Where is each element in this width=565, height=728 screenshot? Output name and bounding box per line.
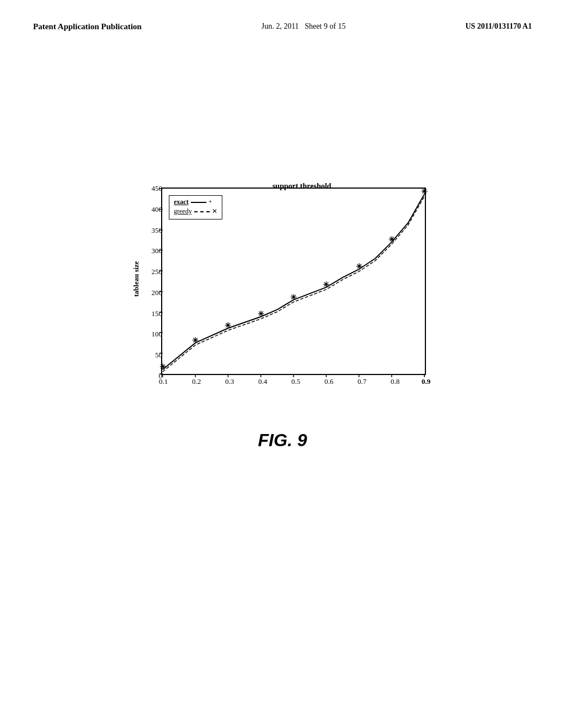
x-label-07: 0.7 xyxy=(358,377,366,386)
y-label-100: 100 xyxy=(139,330,162,339)
header-center-text: Jun. 2, 2011 Sheet 9 of 15 xyxy=(262,22,346,31)
exact-label: exact xyxy=(174,198,189,206)
exact-line-icon xyxy=(191,202,206,203)
greedy-label: greedy xyxy=(174,207,192,216)
legend-exact: exact + xyxy=(174,198,217,206)
y-label-450: 450 xyxy=(139,184,162,193)
y-label-350: 350 xyxy=(139,226,162,235)
header-date: Jun. 2, 2011 xyxy=(262,22,299,30)
x-label-02: 0.2 xyxy=(192,377,201,386)
point-6: ✳ xyxy=(323,281,329,289)
y-label-200: 200 xyxy=(139,288,162,297)
page-header: Patent Application Publication Jun. 2, 2… xyxy=(0,0,565,31)
chart-plot-area: exact + greedy ✕ xyxy=(161,188,426,375)
x-label-06: 0.6 xyxy=(324,377,333,386)
greedy-line-icon xyxy=(194,211,210,212)
header-right-text: US 2011/0131170 A1 xyxy=(465,22,532,31)
x-label-05: 0.5 xyxy=(291,377,300,386)
point-9: ✳ xyxy=(421,188,428,196)
header-sheet: Sheet 9 of 15 xyxy=(305,22,345,30)
header-left-text: Patent Application Publication xyxy=(33,22,142,31)
y-label-300: 300 xyxy=(139,247,162,255)
chart-area: tableau size exact + greedy ✕ xyxy=(122,182,443,403)
exact-plus-icon: + xyxy=(209,198,212,206)
y-label-400: 400 xyxy=(139,205,162,214)
y-label-250: 250 xyxy=(139,267,162,276)
y-label-150: 150 xyxy=(139,309,162,318)
x-label-04: 0.4 xyxy=(258,377,267,386)
x-label-08: 0.8 xyxy=(391,377,399,386)
x-label-09: 0.9 xyxy=(422,377,430,386)
point-7: ✳ xyxy=(356,263,363,271)
x-label-03: 0.3 xyxy=(225,377,234,386)
point-1: ✳ xyxy=(159,363,166,371)
exact-curve xyxy=(163,194,424,370)
point-2: ✳ xyxy=(192,336,199,345)
greedy-curve xyxy=(163,196,424,372)
chart-legend: exact + greedy ✕ xyxy=(169,195,222,220)
y-label-50: 50 xyxy=(139,351,162,360)
point-4: ✳ xyxy=(258,310,264,318)
point-5: ✳ xyxy=(290,293,297,302)
point-3: ✳ xyxy=(225,322,231,330)
greedy-x-icon: ✕ xyxy=(212,207,217,216)
legend-greedy: greedy ✕ xyxy=(174,207,217,216)
x-label-01: 0.1 xyxy=(159,377,168,386)
point-8: ✳ xyxy=(388,235,395,244)
figure-container: tableau size exact + greedy ✕ xyxy=(111,165,454,451)
figure-caption: FIG. 9 xyxy=(111,430,454,451)
